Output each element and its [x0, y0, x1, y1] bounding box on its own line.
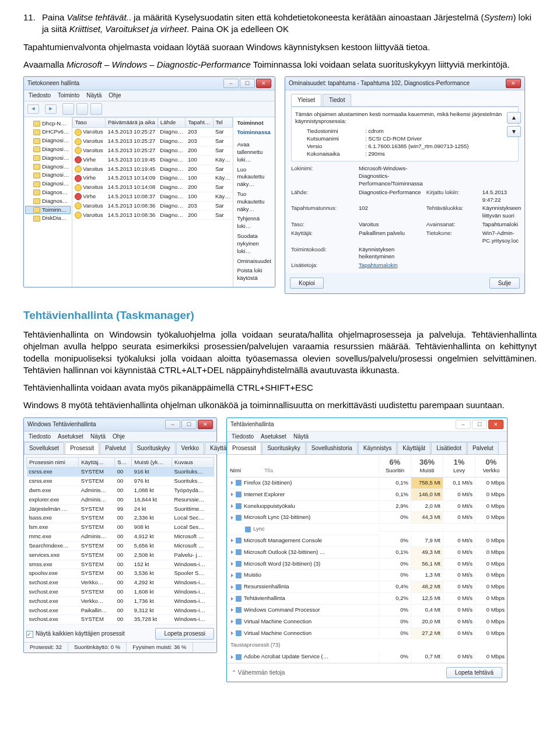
action-link[interactable]: Tyhjennä loki…	[237, 214, 271, 231]
nav-back-icon[interactable]: ◄	[27, 104, 39, 114]
menu-item[interactable]: Toiminto	[58, 92, 79, 100]
tree-item[interactable]: DiskDiagnostic	[25, 214, 71, 223]
column-header[interactable]: Muisti (yk…	[132, 457, 172, 468]
process-row[interactable]: smss.exeSYSTEM00152 ktWindows-i…	[27, 560, 214, 569]
process-row[interactable]: Virtual Machine Connection0%27,2 Mt0 Mt/…	[227, 628, 507, 640]
process-row[interactable]: Microsoft Outlook (32-bittinen) …0,1%49,…	[227, 547, 507, 559]
navigation-tree[interactable]: Dhcp-Nap-Enforcement-ClientDHCPv6-Client…	[24, 117, 72, 287]
process-row[interactable]: spoolsv.exeSYSTEM003,536 ktSpooler S…	[27, 569, 214, 578]
tab[interactable]: Käynnistys	[358, 442, 397, 454]
expand-icon[interactable]	[231, 585, 233, 589]
tree-item[interactable]: Diagnosis-Scheduled	[25, 163, 71, 171]
process-row[interactable]: svchost.exePaikallin…009,312 ktWindows-i…	[27, 606, 214, 615]
minimize-button[interactable]: –	[165, 420, 180, 429]
process-row[interactable]: explorer.exeAdminis…0016,844 ktResurssie…	[27, 495, 214, 504]
menu-item[interactable]: Ohje	[108, 92, 121, 100]
expand-icon[interactable]	[231, 574, 233, 577]
close-dialog-button[interactable]: Sulje	[489, 278, 520, 289]
expand-icon[interactable]	[231, 504, 233, 508]
nav-up-button[interactable]: ▲	[507, 112, 521, 124]
menu-item[interactable]: Näytä	[293, 433, 309, 441]
copy-button[interactable]: Kopioi	[290, 278, 324, 289]
process-row[interactable]: svchost.exeSYSTEM001,608 ktWindows-i…	[27, 587, 214, 596]
toolbar-button[interactable]	[76, 103, 88, 115]
process-row[interactable]: SearchIndexe…SYSTEM005,656 ktMicrosoft …	[27, 541, 214, 550]
expand-icon[interactable]	[231, 550, 233, 554]
process-row[interactable]: Firefox (32-bittinen)0,1%758,5 Mt0,1 Mt/…	[227, 478, 507, 489]
tab[interactable]: Verkko	[176, 442, 205, 454]
process-row[interactable]: Internet Explorer0,1%146,0 Mt0 Mt/s0 Mbp…	[227, 489, 507, 501]
end-process-button[interactable]: Lopeta prosessi	[155, 628, 214, 640]
process-row[interactable]: Muistio0%1,3 Mt0 Mt/s0 Mbps	[227, 570, 507, 581]
process-row[interactable]: Adobe Acrobat Update Service (… 0% 0,7 M…	[227, 651, 507, 663]
event-row[interactable]: Varoitus14.5.2013 10:25:27Diagno…203Sar	[72, 137, 233, 146]
action-link[interactable]: Suodata nykyinen loki…	[237, 231, 271, 256]
tree-item[interactable]: Diagnosis-Scripted	[25, 171, 71, 180]
close-button[interactable]: ✕	[198, 420, 213, 429]
tab-details[interactable]: Tiedot	[323, 94, 351, 106]
tree-item[interactable]: Diagnostics-Performance	[25, 197, 71, 206]
process-row[interactable]: svchost.exeVerkko…001,736 ktWindows-i…	[27, 596, 214, 606]
kv-cell[interactable]: Tapahtumalokin	[359, 262, 423, 269]
process-row[interactable]: Järjestelmän …SYSTEM9924 ktSuorittime…	[27, 504, 214, 514]
action-link[interactable]: Tuo mukautettu näky…	[237, 189, 271, 214]
action-link[interactable]: Avaa tallennettu loki…	[237, 140, 271, 164]
tab[interactable]: Sovellushistoria	[306, 442, 358, 454]
column-header[interactable]: S…	[115, 457, 132, 468]
close-button[interactable]: ✕	[488, 420, 503, 429]
tab[interactable]: Suorituskyky	[132, 442, 176, 454]
tree-item[interactable]: Diagnosis-DPS	[25, 136, 71, 145]
process-row[interactable]: Tehtävienhallinta0,2%12,5 Mt0 Mt/s0 Mbps	[227, 593, 507, 605]
show-all-users-checkbox[interactable]: Näytä kaikkien käyttäjien prosessit	[26, 630, 125, 638]
column-header[interactable]: Tapaht…	[186, 117, 213, 128]
tree-item[interactable]: Diagnostics-Networking	[25, 188, 71, 197]
process-row[interactable]: svchost.exeSYSTEM0035,728 ktWindows-i…	[27, 615, 214, 624]
event-row[interactable]: Virhe14.5.2013 10:14:09Diagno…100Käy…	[72, 174, 233, 183]
process-row[interactable]: mmc.exeAdminis…004,912 ktMicrosoft …	[27, 532, 214, 542]
minimize-button[interactable]: –	[456, 420, 471, 429]
expand-icon[interactable]	[231, 481, 233, 485]
event-grid[interactable]: TasoPäivämäärä ja aikaLähdeTapaht…Tel Va…	[72, 117, 233, 220]
process-row[interactable]: services.exeSYSTEM002,508 ktPalvelu- j…	[27, 550, 214, 560]
process-row[interactable]: csrss.exeSYSTEM00916 ktSuorituks…	[27, 468, 214, 477]
process-row[interactable]: Windows Command Processor0%0,4 Mt0 Mt/s0…	[227, 605, 507, 616]
tab[interactable]: Suorituskyky	[262, 442, 306, 454]
event-row[interactable]: Varoitus14.5.2013 10:25:27Diagno…200Sar	[72, 146, 233, 155]
tree-item[interactable]: Toiminnassa	[25, 206, 71, 215]
fewer-details-link[interactable]: ⌃ Vähemmän tietoja	[232, 669, 285, 677]
tree-item[interactable]: Dhcp-Nap-Enforcement-Client	[25, 120, 71, 128]
event-row[interactable]: Varoitus14.5.2013 10:14:08Diagno…200Sar	[72, 183, 233, 192]
nav-forward-icon[interactable]: ►	[45, 104, 57, 114]
process-row[interactable]: dwm.exeAdminis…001,088 ktTyöpöydä…	[27, 486, 214, 496]
tree-item[interactable]: DHCPv6-Client	[25, 128, 71, 136]
tab[interactable]: Prosessit	[227, 442, 261, 454]
minimize-button[interactable]: –	[223, 79, 239, 88]
toolbar-button[interactable]	[62, 103, 74, 115]
process-list[interactable]: Firefox (32-bittinen)0,1%758,5 Mt0,1 Mt/…	[227, 478, 507, 639]
tab[interactable]: Lisätiedot	[431, 442, 467, 454]
process-row[interactable]: Koneluoppuistyökalu2,9%2,0 Mt0 Mt/s0 Mbp…	[227, 501, 507, 513]
expand-icon[interactable]	[231, 631, 233, 635]
tree-item[interactable]: Diagnosis-ScriptedDiagnosticsProvider	[25, 180, 71, 188]
maximize-button[interactable]: ☐	[472, 420, 487, 429]
menu-item[interactable]: Tiedosto	[29, 92, 51, 100]
tab[interactable]: Palvelut	[467, 442, 499, 454]
tree-item[interactable]: Diagnosis-PCW	[25, 145, 71, 154]
event-row[interactable]: Varoitus14.5.2013 10:08:36Diagno…203Sar	[72, 201, 233, 210]
event-row[interactable]: Varoitus14.5.2013 10:25:27Diagno…203Sar	[72, 128, 233, 137]
column-header[interactable]: Tel	[213, 117, 233, 128]
expand-icon[interactable]	[231, 493, 233, 496]
menu-item[interactable]: Näytä	[86, 92, 102, 100]
close-button[interactable]: ✕	[256, 79, 271, 88]
column-header[interactable]: Kuvaus	[172, 457, 214, 468]
process-row[interactable]: Virtual Machine Connection0%20,0 Mt0 Mt/…	[227, 616, 507, 628]
action-link[interactable]: Poista loki käytöstä	[237, 266, 271, 283]
action-link[interactable]: Luo mukautettu näky…	[237, 165, 271, 189]
tree-item[interactable]: Diagnosis-PLA	[25, 154, 71, 163]
maximize-button[interactable]: ☐	[240, 79, 255, 88]
menu-item[interactable]: Tiedosto	[232, 433, 254, 441]
process-row[interactable]: svchost.exeVerkko…004,292 ktWindows-i…	[27, 578, 214, 588]
toolbar-button[interactable]	[90, 103, 102, 115]
menu-item[interactable]: Asetukset	[261, 433, 286, 441]
end-task-button[interactable]: Lopeta tehtävä	[446, 667, 502, 679]
